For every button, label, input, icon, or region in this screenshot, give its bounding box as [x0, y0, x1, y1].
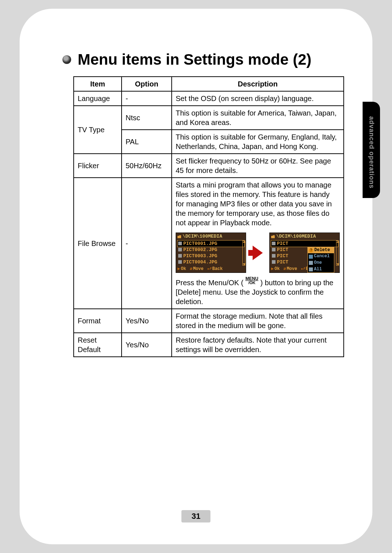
file-icon [178, 242, 182, 245]
delete-menu: ?Delete Cancel One All [307, 247, 334, 273]
cell-desc: Restore factory defaults. Note that your… [172, 333, 344, 357]
list-item: PICT0003.JPG [177, 253, 244, 259]
menu-item-all: All [308, 266, 334, 273]
col-option: Option [122, 77, 172, 91]
cell-desc: Starts a mini program that allows you to… [172, 178, 344, 309]
cell-desc: Set flicker frequency to 50Hz or 60Hz. S… [172, 154, 344, 178]
cell-desc: Set the OSD (on screen display) language… [172, 91, 344, 106]
folder-icon [271, 235, 275, 238]
menu-ok-button-icon: MENU /OK [245, 277, 258, 284]
file-icon [178, 248, 182, 251]
arrow-right-icon [253, 246, 263, 260]
manual-page: Menu items in Settings mode (2) Item Opt… [0, 0, 392, 553]
file-browser-screen-right: \DCIM\100MEDIA PICT PICT PICT PICT ?Dele… [269, 233, 340, 273]
table-row: Reset Default Yes/No Restore factory def… [74, 333, 344, 357]
cell-option: PAL [122, 130, 172, 154]
cancel-icon [309, 255, 313, 259]
list-item: PICT0001.JPG [177, 240, 245, 247]
cell-item: Format [74, 309, 122, 333]
list-item: PICT0002.JPG [177, 247, 244, 253]
file-icon [272, 260, 275, 264]
fb-hint-ok: ▶Ok [271, 266, 280, 272]
section-heading: Menu items in Settings mode (2) [62, 51, 311, 68]
cell-item: File Browse [74, 178, 122, 309]
table-row: Format Yes/No Format the storage medium.… [74, 309, 344, 333]
file-browser-figure: \DCIM\100MEDIA PICT0001.JPG PICT0002.JPG… [176, 233, 340, 273]
fb-hint-move: ⇵Move [283, 266, 297, 272]
cell-item: Reset Default [74, 333, 122, 357]
scrollbar-icon [336, 241, 339, 266]
fb-footer: ▶Ok ⇵Move ⮐Back [176, 266, 246, 273]
cell-item: Language [74, 91, 122, 106]
fb-hint-back: ⮐Back [207, 266, 223, 272]
trash-icon [309, 261, 313, 265]
col-item: Item [74, 77, 122, 91]
fb-file-list: PICT0001.JPG PICT0002.JPG PICT0003.JPG P… [176, 240, 246, 266]
page-card: Menu items in Settings mode (2) Item Opt… [20, 9, 372, 544]
menu-item-one: One [308, 260, 334, 266]
table-row: Flicker 50Hz/60Hz Set flicker frequency … [74, 154, 344, 178]
cell-desc: Format the storage medium. Note that all… [172, 309, 344, 333]
file-icon [178, 254, 182, 258]
cell-desc: This option is suitable for Germany, Eng… [172, 130, 344, 154]
fb-path: \DCIM\100MEDIA [176, 233, 246, 241]
list-item: PICT [271, 240, 338, 247]
cell-option: 50Hz/60Hz [122, 154, 172, 178]
section-tab: advanced operations [363, 102, 380, 198]
file-browser-screen-left: \DCIM\100MEDIA PICT0001.JPG PICT0002.JPG… [176, 233, 246, 273]
list-item: PICT0004.JPG [177, 259, 244, 265]
menu-item-delete: ?Delete [308, 247, 334, 254]
col-description: Description [172, 77, 344, 91]
file-browse-top-desc: Starts a mini program that allows you to… [176, 180, 340, 227]
settings-table: Item Option Description Language - Set t… [73, 76, 344, 357]
file-icon [272, 254, 275, 258]
file-icon [272, 248, 275, 251]
file-icon [272, 242, 275, 245]
cell-desc: This option is suitable for America, Tai… [172, 106, 344, 130]
table-row: File Browse - Starts a mini program that… [74, 178, 344, 309]
cell-option: Yes/No [122, 309, 172, 333]
table-row: Language - Set the OSD (on screen displa… [74, 91, 344, 106]
stack-icon [309, 267, 313, 271]
cell-option: Ntsc [122, 106, 172, 130]
bullet-icon [62, 55, 71, 64]
section-title: Menu items in Settings mode (2) [78, 51, 311, 68]
table-header-row: Item Option Description [74, 77, 344, 91]
cell-item: Flicker [74, 154, 122, 178]
cell-option: - [122, 91, 172, 106]
fb-file-list: PICT PICT PICT PICT ?Delete Cancel One A… [270, 240, 339, 266]
cell-option: - [122, 178, 172, 309]
cell-item: TV Type [74, 106, 122, 154]
table-row: TV Type Ntsc This option is suitable for… [74, 106, 344, 130]
menu-item-cancel: Cancel [308, 253, 334, 260]
page-number: 31 [181, 510, 211, 522]
cell-option: Yes/No [122, 333, 172, 357]
fb-hint-move: ⇵Move [190, 266, 204, 272]
folder-icon [177, 235, 181, 238]
file-browse-bottom-desc: Press the Menu/OK ( MENU /OK ) button to… [176, 278, 340, 306]
scrollbar-icon [242, 241, 245, 266]
fb-path: \DCIM\100MEDIA [270, 233, 339, 241]
fb-hint-ok: ▶Ok [177, 266, 186, 272]
file-icon [178, 260, 182, 264]
question-icon: ? [309, 248, 313, 253]
